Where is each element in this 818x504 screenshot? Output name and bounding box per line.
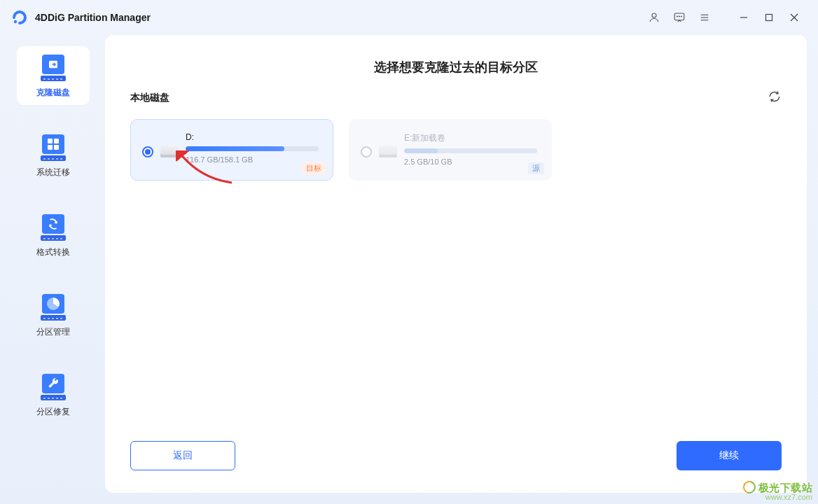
disk-thumb-icon xyxy=(379,145,397,158)
disk-info: E:新加载卷 2.5 GB/10 GB xyxy=(404,130,540,166)
sidebar-item-partition-manage[interactable]: 分区管理 xyxy=(17,286,90,344)
disk-card-source[interactable]: E:新加载卷 2.5 GB/10 GB 源 xyxy=(349,119,552,181)
sidebar-item-label: 格式转换 xyxy=(36,246,70,258)
app-title: 4DDiG Partition Manager xyxy=(35,12,151,23)
sidebar-item-partition-repair[interactable]: 分区修复 xyxy=(17,365,90,424)
system-migrate-icon xyxy=(39,133,67,161)
partition-manage-icon xyxy=(39,293,67,321)
app-body: 克隆磁盘 系统迁移 格式转换 分区管理 xyxy=(0,35,818,504)
disk-info: D: 116.7 GB/158.1 GB xyxy=(186,130,321,164)
minimize-button[interactable] xyxy=(731,8,756,27)
main-panel: 选择想要克隆过去的目标分区 本地磁盘 D: 116.7 GB/158.1 GB … xyxy=(105,35,807,493)
clone-disk-icon xyxy=(39,53,67,81)
format-convert-icon xyxy=(39,213,67,241)
sidebar-item-system-migrate[interactable]: 系统迁移 xyxy=(17,126,90,185)
sidebar-item-format-convert[interactable]: 格式转换 xyxy=(17,206,90,265)
sidebar-item-label: 克隆磁盘 xyxy=(36,87,70,99)
continue-button[interactable]: 继续 xyxy=(677,441,782,470)
svg-point-5 xyxy=(681,16,681,17)
disk-grid: D: 116.7 GB/158.1 GB 目标 xyxy=(105,119,807,181)
sidebar-item-clone-disk[interactable]: 克隆磁盘 xyxy=(17,46,90,105)
disk-card-target[interactable]: D: 116.7 GB/158.1 GB 目标 xyxy=(130,119,333,181)
section-title: 本地磁盘 xyxy=(130,92,169,104)
sidebar-item-label: 系统迁移 xyxy=(36,167,70,178)
sidebar: 克隆磁盘 系统迁移 格式转换 分区管理 xyxy=(11,35,95,493)
disk-name: D: xyxy=(186,132,321,142)
usage-bar xyxy=(404,148,537,153)
menu-icon[interactable] xyxy=(695,8,714,27)
radio-unselected-icon[interactable] xyxy=(361,146,372,158)
svg-point-4 xyxy=(679,16,679,17)
back-button[interactable]: 返回 xyxy=(130,441,235,470)
disk-name: E:新加载卷 xyxy=(404,132,540,144)
app-logo-icon xyxy=(11,9,28,26)
maximize-button[interactable] xyxy=(756,8,782,27)
feedback-icon[interactable] xyxy=(670,8,689,27)
disk-thumb-icon xyxy=(160,145,179,158)
user-icon[interactable] xyxy=(644,8,664,27)
close-button[interactable] xyxy=(782,8,807,27)
titlebar: 4DDiG Partition Manager xyxy=(0,0,818,35)
svg-point-3 xyxy=(677,16,677,17)
usage-bar xyxy=(186,146,319,151)
svg-point-0 xyxy=(14,20,17,23)
titlebar-right xyxy=(644,8,807,27)
bottom-bar: 返回 继续 xyxy=(105,441,807,493)
svg-point-1 xyxy=(652,13,656,18)
disk-size: 2.5 GB/10 GB xyxy=(404,158,540,166)
target-badge: 目标 xyxy=(302,162,326,174)
sidebar-item-label: 分区修复 xyxy=(36,406,70,418)
sidebar-item-label: 分区管理 xyxy=(36,326,70,338)
partition-repair-icon xyxy=(39,372,67,400)
source-badge: 源 xyxy=(528,162,544,174)
page-title: 选择想要克隆过去的目标分区 xyxy=(105,35,807,90)
usage-fill xyxy=(186,146,284,151)
radio-selected-icon[interactable] xyxy=(142,146,153,158)
usage-fill xyxy=(404,148,438,153)
disk-size: 116.7 GB/158.1 GB xyxy=(186,155,321,164)
svg-rect-10 xyxy=(766,15,772,21)
window-controls xyxy=(731,8,807,27)
section-title-row: 本地磁盘 xyxy=(105,90,807,106)
refresh-button[interactable] xyxy=(768,90,782,106)
